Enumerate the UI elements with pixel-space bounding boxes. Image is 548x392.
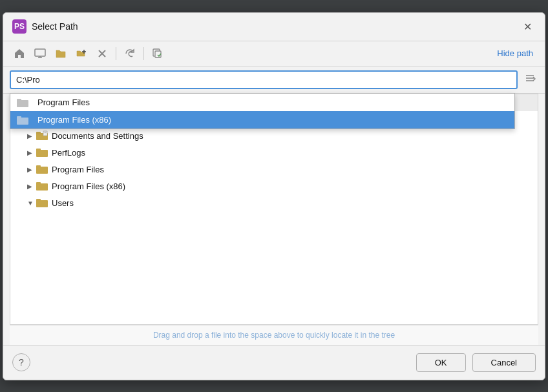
delete-button[interactable] [92,45,112,62]
folder-button[interactable] [51,45,70,62]
toolbar: Hide path [3,41,545,67]
help-button[interactable]: ? [12,353,30,371]
home-button[interactable] [10,45,29,62]
chevron-documents: ▶ [27,132,36,139]
ac-item-program-files-x86[interactable]: Program Files (x86) [10,111,514,129]
path-input[interactable] [10,70,518,89]
desktop-button[interactable] [30,45,50,62]
dialog-title: Select Path [32,21,78,32]
folder-icon-program-files [36,164,48,176]
tree-item-documents[interactable]: ▶ Documents and Settings [10,128,538,145]
cancel-button[interactable]: Cancel [472,353,536,372]
svg-rect-18 [36,132,41,134]
chevron-program-files: ▶ [27,166,36,173]
tree-label-perflogs: PerfLogs [52,148,85,158]
copy-path-button[interactable] [148,45,167,62]
tree-item-program-files[interactable]: ▶ Program Files [10,161,538,178]
autocomplete-dropdown: Program Files Program Files (x86) [10,93,515,129]
select-path-dialog: PS Select Path ✕ [3,12,545,380]
drag-hint: Drag and drop a file into the space abov… [10,325,538,345]
path-bar: Program Files Program Files (x86) [3,67,545,94]
title-left: PS Select Path [12,19,78,34]
folder-icon-perflogs [36,147,48,159]
ok-button[interactable]: OK [416,353,466,372]
app-icon: PS [12,19,26,34]
title-bar: PS Select Path ✕ [3,13,545,41]
browse-button[interactable] [522,71,538,88]
bottom-bar: ? OK Cancel [3,345,545,380]
hide-path-button[interactable]: Hide path [492,46,538,61]
tree-label-users: Users [52,198,74,208]
tree-item-program-files-x86[interactable]: ▶ Program Files (x86) [10,178,538,195]
tree-label-documents: Documents and Settings [52,131,143,141]
svg-rect-19 [43,131,47,136]
tree-item-perflogs[interactable]: ▶ PerfLogs [10,145,538,161]
svg-rect-29 [36,199,41,201]
svg-rect-9 [17,99,21,101]
toolbar-separator-1 [116,47,116,60]
ac-label-program-files-x86: Program Files (x86) [37,115,111,125]
new-folder-button[interactable] [72,45,91,62]
tree-label-program-files-x86: Program Files (x86) [52,181,125,191]
chevron-perflogs: ▶ [27,149,36,156]
ac-item-program-files[interactable]: Program Files [10,94,514,111]
action-buttons: OK Cancel [416,353,536,372]
ac-label-program-files: Program Files [37,98,90,107]
folder-icon [17,98,28,107]
folder-icon-documents [36,130,48,142]
svg-rect-27 [36,182,41,185]
svg-rect-23 [36,149,41,151]
refresh-button[interactable] [120,45,140,62]
tree-item-users[interactable]: ▼ Users [10,195,538,212]
toolbar-separator-2 [143,47,144,60]
folder-icon-selected [17,115,28,125]
folder-icon-users [36,198,48,209]
close-button[interactable]: ✕ [520,19,536,34]
svg-rect-11 [17,116,21,119]
tree-label-program-files: Program Files [52,165,104,174]
folder-icon-program-files-x86 [36,181,48,192]
chevron-program-files-x86: ▶ [27,183,36,190]
svg-rect-25 [36,165,41,168]
chevron-users: ▼ [27,200,36,207]
svg-rect-0 [35,49,45,56]
